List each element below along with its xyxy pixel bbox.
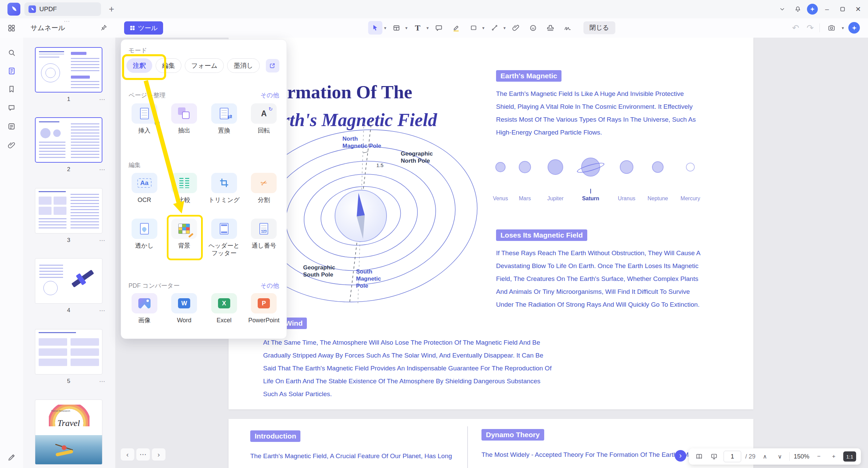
snapshot-button[interactable] [824,21,839,35]
tool-background[interactable]: 背景 [164,219,204,257]
tool-bates-number[interactable]: 123 通し番号 [244,219,284,257]
measure-tool-button[interactable] [488,21,502,35]
tools-menu-button[interactable]: ツール [124,21,163,35]
planet-uranus [620,160,633,174]
page-thumbnail-3[interactable] [35,188,102,233]
thumbnail-menu-button[interactable]: ⋯ [97,166,107,173]
expand-controls-button[interactable]: › [675,450,686,462]
maximize-button[interactable] [836,3,849,16]
minimize-button[interactable]: – [821,3,833,16]
convert-to-image[interactable]: 画像 [124,293,164,324]
signature-tool-button[interactable] [560,21,575,35]
tool-rotate[interactable]: A↻ 回転 [244,103,284,134]
page-thumbnail-5[interactable] [35,329,102,374]
open-in-window-button[interactable] [266,59,279,73]
account-avatar[interactable] [848,22,860,34]
user-avatar[interactable] [807,4,818,15]
document-tab[interactable]: UPDF [24,2,101,16]
tab-list-dropdown-button[interactable] [776,3,789,16]
page-number-input[interactable] [724,451,741,462]
thumbnail-menu-button[interactable]: ⋯ [97,378,107,385]
tool-insert[interactable]: + 挿入 [124,103,164,134]
comment-tool-button[interactable] [432,21,446,35]
notes-summary-button[interactable] [6,121,17,132]
page-thumbnail-2[interactable] [35,117,102,163]
attachments-button[interactable] [6,139,17,151]
attachment-tool-button[interactable] [509,21,523,35]
convert-to-powerpoint[interactable]: P PowerPoint [244,293,284,324]
tool-ocr[interactable]: Aa OCR [124,173,164,204]
zoom-level-label[interactable]: 150% [794,453,809,460]
sticker-tool-button[interactable] [526,21,540,35]
close-tools-button[interactable]: 閉じる [583,21,615,34]
shape-tool-button[interactable] [466,21,480,35]
page-thumbnail-4[interactable] [35,258,102,304]
converter-more-link[interactable]: その他 [260,282,279,290]
page-layout-tool-button[interactable] [389,21,403,35]
bookmarks-button[interactable] [6,83,17,95]
app-grid-button[interactable] [4,21,19,35]
thumbnail-menu-button[interactable]: ⋯ [97,96,107,103]
next-page-button[interactable]: ∨ [774,451,785,462]
convert-to-word[interactable]: W Word [164,293,204,324]
mode-redact-button[interactable]: 墨消し [227,58,259,73]
main-toolbar: ⋯ サムネール ツール ▾ ▾ T ▾ [0,18,868,38]
more-nav-button[interactable]: ⋯ [136,448,150,461]
select-tool-button[interactable] [368,21,382,35]
new-tab-button[interactable]: + [106,3,117,15]
close-window-button[interactable]: ✕ [852,3,865,16]
mode-annotation-button[interactable]: 注釈 [126,58,152,73]
tool-header-footer[interactable]: ヘッダーとフッター [204,219,244,257]
thumbnails-panel-button[interactable] [6,65,17,77]
image-convert-icon [132,293,157,313]
edit-pen-button[interactable] [6,452,17,463]
notifications-button[interactable] [791,3,804,16]
snapshot-chevron[interactable]: ▾ [842,25,844,30]
measure-tool-chevron[interactable]: ▾ [504,25,506,30]
layout-tool-chevron[interactable]: ▾ [405,25,408,30]
thumbnail-menu-button[interactable]: ⋯ [97,237,107,244]
tool-watermark[interactable]: 透かし [124,219,164,257]
planet-label-mars: Mars [510,196,540,202]
tool-crop[interactable]: トリミング [204,173,244,204]
tool-replace[interactable]: ⇄ 置換 [204,103,244,134]
page-thumbnail-1[interactable] [35,47,102,93]
actual-size-button[interactable]: 1:1 [843,451,856,462]
organize-section-label: ページを整理 [129,91,165,99]
text-tool-button[interactable]: T [411,21,425,35]
undo-button[interactable]: ↶ [790,23,801,33]
tool-compare[interactable]: 比較 [164,173,204,204]
thumbnail-menu-button[interactable]: ⋯ [97,307,107,314]
previous-page-button[interactable]: ∧ [760,451,770,462]
left-icon-rail [0,38,23,468]
pin-panel-button[interactable] [98,22,109,33]
travel-photo [35,435,102,464]
tool-split[interactable]: ✂ 分割 [244,173,284,204]
highlighter-tool-button[interactable] [449,21,463,35]
zoom-out-button[interactable]: − [813,451,824,462]
next-button[interactable]: › [152,448,165,461]
convert-to-excel[interactable]: X Excel [204,293,244,324]
tool-extract[interactable]: 抽出 [164,103,204,134]
spread-view-button[interactable] [694,451,705,462]
shape-tool-chevron[interactable]: ▾ [482,25,485,30]
saturn-tick [590,189,591,194]
page-thumbnail-6[interactable]: Trend Research Travel [35,400,102,465]
zoom-in-button[interactable]: + [828,451,839,462]
comments-button[interactable] [6,102,17,114]
diagram-label-north-magnetic: NorthMagnetic Pole [342,135,381,149]
column-divider [467,426,468,468]
rotate-icon: A↻ [251,103,277,124]
search-button[interactable] [6,47,17,58]
redo-button[interactable]: ↷ [805,23,815,33]
prev-button[interactable]: ‹ [121,448,134,461]
stamp-tool-button[interactable] [543,21,557,35]
mode-form-button[interactable]: フォーム [185,58,224,73]
text-tool-chevron[interactable]: ▾ [427,25,429,30]
select-tool-chevron[interactable]: ▾ [384,25,387,30]
organize-more-link[interactable]: その他 [260,91,279,99]
slideshow-button[interactable] [709,451,719,462]
mode-edit-button[interactable]: 編集 [156,58,181,73]
speech-bubble-icon [435,24,443,32]
maximize-icon [840,7,845,12]
